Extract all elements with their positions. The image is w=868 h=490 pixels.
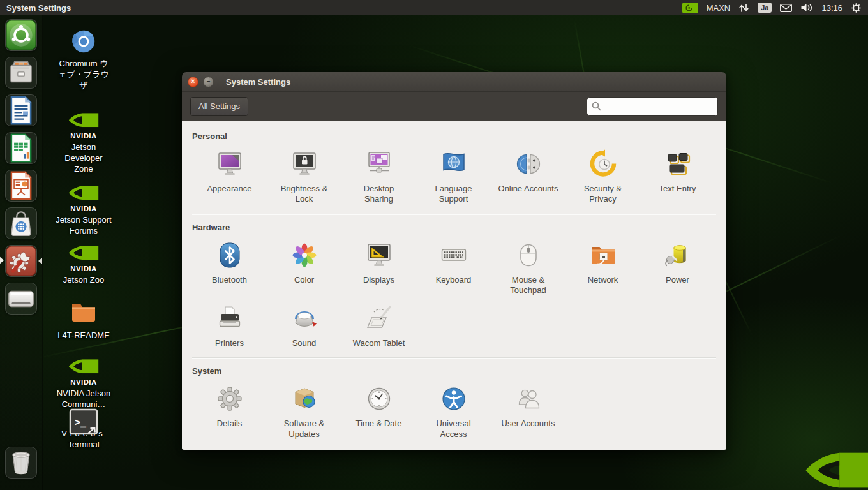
active-app-title: System Settings: [6, 3, 71, 13]
libreoffice-impress-icon: [5, 170, 37, 202]
language-support-icon: [438, 149, 469, 179]
mail-icon[interactable]: [780, 4, 792, 12]
section-separator: [192, 214, 716, 215]
system-settings-icon: [5, 245, 37, 277]
settings-item-security-privacy[interactable]: Security & Privacy: [565, 149, 640, 205]
settings-content: Personal Appearance Brightness & Lock De…: [182, 121, 726, 450]
section-title-system: System: [192, 366, 716, 376]
launcher-item-ubuntu-dash[interactable]: [5, 19, 37, 51]
nvidia-wordmark: NVIDIA: [70, 378, 96, 386]
keyboard-layout-indicator[interactable]: Ja: [758, 3, 772, 13]
desktop-sharing-icon: [364, 149, 394, 179]
launcher-item-file-manager[interactable]: [5, 57, 37, 89]
desktop-icon-nvidia-jetson-community[interactable]: NVIDIA NVIDIA Jetson Communi…: [55, 356, 112, 410]
libreoffice-calc-icon: [5, 132, 37, 164]
system-tray: MAXN Ja 13:16: [682, 3, 862, 13]
nvidia-eye-icon: [67, 242, 100, 264]
software-updates-icon: [289, 383, 320, 414]
settings-item-brightness-lock[interactable]: Brightness & Lock: [267, 149, 341, 205]
desktop-icon-l4t-readme[interactable]: L4T-README: [55, 297, 112, 341]
launcher-item-system-settings[interactable]: [5, 245, 37, 277]
search-icon: [592, 101, 601, 111]
settings-item-text-entry[interactable]: Text Entry: [640, 149, 715, 205]
minimize-button[interactable]: –: [203, 77, 214, 87]
settings-item-sound[interactable]: Sound: [267, 303, 341, 348]
launcher-item-libreoffice-impress[interactable]: [5, 170, 37, 202]
volume-icon[interactable]: [800, 3, 813, 12]
search-box: [587, 97, 718, 116]
settings-item-desktop-sharing[interactable]: Desktop Sharing: [341, 149, 416, 205]
desktop-icon-jetson-zoo[interactable]: NVIDIA Jetson Zoo: [55, 242, 112, 286]
launcher-item-ubuntu-software[interactable]: [5, 207, 37, 239]
settings-item-bluetooth[interactable]: Bluetooth: [192, 240, 267, 296]
nvidia-eye-icon: [67, 182, 100, 204]
launcher-item-trash[interactable]: [5, 447, 37, 479]
section-separator: [192, 357, 716, 359]
settings-item-printers[interactable]: Printers: [192, 303, 267, 348]
updown-arrows-icon[interactable]: [738, 3, 749, 13]
libreoffice-writer-icon: [5, 94, 37, 126]
ubuntu-dash-icon: [5, 19, 37, 51]
settings-item-mouse-touchpad[interactable]: Mouse & Touchpad: [491, 240, 565, 296]
printers-icon: [214, 303, 245, 334]
system-settings-window: × – System Settings All Settings Persona…: [182, 72, 726, 450]
security-privacy-icon: [588, 149, 618, 179]
settings-item-color[interactable]: Color: [267, 240, 341, 296]
unity-launcher: [0, 15, 43, 490]
settings-item-wacom-tablet[interactable]: Wacom Tablet: [341, 303, 416, 348]
nvidia-eye-icon: [67, 110, 100, 131]
clock[interactable]: 13:16: [821, 3, 842, 13]
search-input[interactable]: [587, 97, 718, 116]
user-accounts-icon: [513, 383, 544, 414]
desktop-icon-chromium[interactable]: Chromium ウェブ・ブラウザ: [55, 27, 112, 91]
trash-icon: [5, 447, 37, 479]
bluetooth-icon: [214, 240, 245, 271]
settings-item-details[interactable]: Details: [192, 383, 267, 440]
settings-item-keyboard[interactable]: Keyboard: [416, 240, 491, 296]
details-icon: [214, 383, 245, 414]
settings-item-language-support[interactable]: Language Support: [416, 149, 491, 205]
settings-item-appearance[interactable]: Appearance: [192, 149, 267, 205]
settings-item-universal-access[interactable]: Universal Access: [416, 383, 491, 440]
all-settings-button[interactable]: All Settings: [190, 97, 248, 116]
settings-item-time-date[interactable]: Time & Date: [341, 383, 416, 440]
launcher-item-disk-drive[interactable]: [5, 283, 37, 315]
file-manager-icon: [5, 57, 37, 89]
section-personal: Appearance Brightness & Lock Desktop Sha…: [192, 149, 717, 212]
settings-item-software-updates[interactable]: Software & Updates: [267, 383, 341, 440]
window-title: System Settings: [226, 77, 290, 87]
settings-item-power[interactable]: Power: [640, 240, 715, 296]
text-entry-icon: [662, 149, 693, 179]
nvidia-wordmark: NVIDIA: [70, 205, 96, 212]
section-hardware: Bluetooth Color Displays Keyboard Mouse …: [192, 240, 717, 357]
session-gear-icon[interactable]: [851, 3, 862, 13]
universal-access-icon: [438, 383, 469, 414]
sound-icon: [289, 303, 320, 334]
section-title-hardware: Hardware: [192, 223, 716, 232]
settings-item-user-accounts[interactable]: User Accounts: [491, 383, 565, 440]
gpu-mode-label[interactable]: MAXN: [707, 3, 731, 13]
keyboard-icon: [438, 240, 469, 271]
launcher-item-libreoffice-writer[interactable]: [5, 94, 37, 126]
desktop-icon-jetson-developer-zone[interactable]: NVIDIA Jetson Developer Zone: [55, 110, 112, 175]
desktop-icon-jetson-support-forums[interactable]: NVIDIA Jetson Support Forums: [55, 182, 112, 237]
settings-item-network[interactable]: Network: [565, 240, 640, 296]
time-date-icon: [364, 383, 394, 414]
nvidia-tray-icon[interactable]: [682, 3, 698, 13]
disk-drive-icon: [5, 283, 37, 315]
nvidia-eye-icon: [67, 356, 100, 378]
settings-item-displays[interactable]: Displays: [341, 240, 416, 296]
brightness-lock-icon: [289, 149, 320, 179]
window-titlebar[interactable]: × – System Settings: [182, 72, 726, 92]
top-panel: System Settings MAXN Ja 13:16: [0, 0, 868, 15]
displays-icon: [364, 240, 394, 271]
network-icon: [588, 240, 618, 271]
nvidia-watermark-icon: [802, 444, 868, 490]
color-icon: [289, 240, 320, 271]
section-title-personal: Personal: [192, 131, 716, 141]
close-button[interactable]: ×: [188, 77, 198, 87]
desktop-icon-terminal[interactable]: Terminal: [55, 406, 112, 450]
terminal-icon: [67, 406, 100, 439]
settings-item-online-accounts[interactable]: Online Accounts: [491, 149, 565, 205]
launcher-item-libreoffice-calc[interactable]: [5, 132, 37, 164]
